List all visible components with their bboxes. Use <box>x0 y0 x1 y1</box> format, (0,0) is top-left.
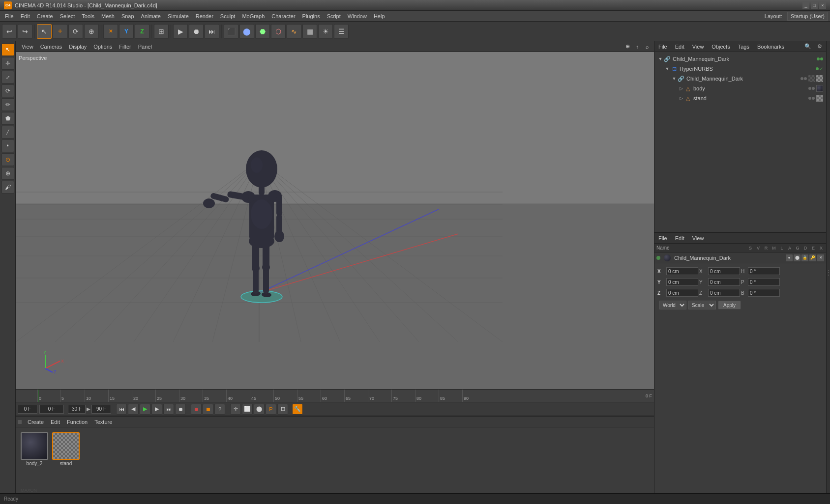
body-render-dot[interactable] <box>812 87 815 90</box>
display-button[interactable]: ☰ <box>334 24 349 39</box>
menu-tools[interactable]: Tools <box>79 12 97 20</box>
viewport-zoom-icon[interactable]: ⌕ <box>643 43 651 51</box>
frame-step-input[interactable] <box>39 405 64 414</box>
attr-lock-btn[interactable]: 🔒 <box>801 254 808 261</box>
timeline-bar[interactable]: 0 5 10 15 20 25 30 35 40 45 50 55 60 65 … <box>16 390 654 402</box>
viewport-up-icon[interactable]: ↑ <box>633 43 641 51</box>
menu-sculpt[interactable]: Sculpt <box>217 12 238 20</box>
coord-p-input[interactable] <box>748 278 780 286</box>
attr-object-row[interactable]: Child_Mannequin_Dark ● ⬤ 🔒 🔑 ✕ <box>654 252 826 263</box>
obj-objects-menu[interactable]: Objects <box>710 43 732 51</box>
attr-key-btn[interactable]: 🔑 <box>809 254 816 261</box>
minimize-button[interactable]: _ <box>802 2 809 9</box>
attr-edit-menu[interactable]: Edit <box>673 234 686 242</box>
menu-edit[interactable]: Edit <box>18 12 33 20</box>
tree-vis-dot-root[interactable] <box>817 57 820 60</box>
menu-select[interactable]: Select <box>57 12 78 20</box>
menu-create[interactable]: Create <box>34 12 56 20</box>
close-button[interactable]: × <box>819 2 826 9</box>
move-tool-button[interactable]: ↖ <box>37 24 52 39</box>
tree-expand-body[interactable]: ▷ <box>678 85 684 91</box>
3d-viewport[interactable]: Perspective X Y Z <box>16 52 654 389</box>
tree-expand-hypernurbs[interactable]: ▼ <box>664 66 670 72</box>
object-mode-button[interactable]: Y <box>119 24 134 39</box>
rotate-tool-button[interactable]: ⟳ <box>68 24 83 39</box>
menu-animate[interactable]: Animate <box>138 12 164 20</box>
stop-button[interactable]: ⏹ <box>203 404 213 415</box>
point-button[interactable]: • <box>1 140 14 152</box>
mat-texture-menu[interactable]: Texture <box>91 418 115 426</box>
stand-material-thumb[interactable] <box>52 432 80 460</box>
layout-value[interactable]: Startup (User) <box>787 12 828 21</box>
material-stand[interactable]: stand <box>52 432 80 466</box>
curve-button[interactable]: ∿ <box>287 24 301 39</box>
stand-vis-dot[interactable] <box>808 97 811 100</box>
coord-h-input[interactable] <box>748 267 780 275</box>
tree-item-mannequin-nested[interactable]: ▼ 🔗 Child_Mannequin_Dark <box>656 74 824 84</box>
menu-render[interactable]: Render <box>193 12 216 20</box>
play-anim-button[interactable]: ▶ <box>173 24 188 39</box>
man-render-dot[interactable] <box>804 77 807 80</box>
stand-texture-tag[interactable] <box>816 95 823 102</box>
obj-edit-menu[interactable]: Edit <box>673 43 686 51</box>
attr-vis-btn[interactable]: ● <box>786 254 793 261</box>
scale-tool-button[interactable]: ✛ <box>53 24 67 39</box>
hyp-vis-dot[interactable] <box>816 67 819 70</box>
paint-button[interactable]: 🖌 <box>1 181 14 194</box>
viewport-view-menu[interactable]: View <box>19 43 36 51</box>
frame-transport-btn[interactable]: P <box>266 404 276 415</box>
end-frame-input[interactable] <box>91 405 111 414</box>
coord-y-pos-input[interactable] <box>666 278 698 286</box>
menu-character[interactable]: Character <box>268 12 298 20</box>
menu-file[interactable]: File <box>2 12 17 20</box>
scale-button[interactable]: ⤢ <box>1 71 14 84</box>
attr-render-btn[interactable]: ⬤ <box>794 254 800 261</box>
body-material-thumb[interactable] <box>21 432 48 460</box>
tag-dark-checker[interactable] <box>808 75 815 82</box>
camera-button[interactable]: ▦ <box>302 24 317 39</box>
menu-script[interactable]: Script <box>324 12 344 20</box>
undo-button[interactable]: ↩ <box>2 24 17 39</box>
orange-tool-btn[interactable]: 🔧 <box>292 404 303 415</box>
right-edge-strip[interactable] <box>826 41 830 504</box>
texture-mode-button[interactable]: Z <box>135 24 149 39</box>
menu-help[interactable]: Help <box>371 12 388 20</box>
tree-item-root[interactable]: ▼ 🔗 Child_Mannequin_Dark <box>656 54 824 64</box>
go-end-button[interactable]: ⏭ <box>163 404 174 415</box>
help-transport-btn[interactable]: ? <box>214 404 225 415</box>
material-body[interactable]: body_2 <box>21 432 48 466</box>
tree-item-hypernurbs[interactable]: ▼ ⊡ HyperNURBS ✓ <box>656 64 824 74</box>
obj-bookmarks-menu[interactable]: Bookmarks <box>755 43 786 51</box>
cube-button[interactable]: ⬛ <box>224 24 238 39</box>
rotate-left-button[interactable]: ⟳ <box>1 84 14 97</box>
magnet-button[interactable]: ⊙ <box>1 153 14 166</box>
tree-expand-stand[interactable]: ▷ <box>678 95 684 101</box>
redo-button[interactable]: ↪ <box>18 24 32 39</box>
coord-b-input[interactable] <box>748 289 780 297</box>
brush-button[interactable]: ⊕ <box>1 167 14 180</box>
select-tool-button[interactable]: ⊕ <box>84 24 99 39</box>
play-button[interactable]: ▶ <box>140 404 150 415</box>
attr-view-menu[interactable]: View <box>690 234 706 242</box>
stand-render-dot[interactable] <box>812 97 815 100</box>
coord-z-size-input[interactable] <box>708 289 740 297</box>
menu-plugins[interactable]: Plugins <box>299 12 323 20</box>
tree-expand-root[interactable]: ▼ <box>657 56 663 62</box>
record-anim-button[interactable]: ⏺ <box>175 404 186 415</box>
menu-mograph[interactable]: MoGraph <box>239 12 267 20</box>
coord-z-pos-input[interactable] <box>666 289 698 297</box>
grid-transport-btn[interactable]: ⊞ <box>277 404 288 415</box>
viewport-display-menu[interactable]: Display <box>66 43 89 51</box>
viewport-options-menu[interactable]: Options <box>90 43 115 51</box>
light-button[interactable]: ☀ <box>318 24 333 39</box>
menu-window[interactable]: Window <box>345 12 370 20</box>
mat-edit-menu[interactable]: Edit <box>48 418 63 426</box>
viewport-cameras-menu[interactable]: Cameras <box>37 43 65 51</box>
next-frame-button[interactable]: ▶ <box>151 404 162 415</box>
coord-mode-select[interactable]: Scale Move Rotate <box>688 301 716 309</box>
obj-view-menu[interactable]: View <box>690 43 706 51</box>
move-button[interactable]: ✛ <box>1 57 14 70</box>
menu-simulate[interactable]: Simulate <box>165 12 192 20</box>
tree-item-body[interactable]: ▷ △ body <box>656 84 824 93</box>
rotate-transport-btn[interactable]: ⬤ <box>254 404 265 415</box>
